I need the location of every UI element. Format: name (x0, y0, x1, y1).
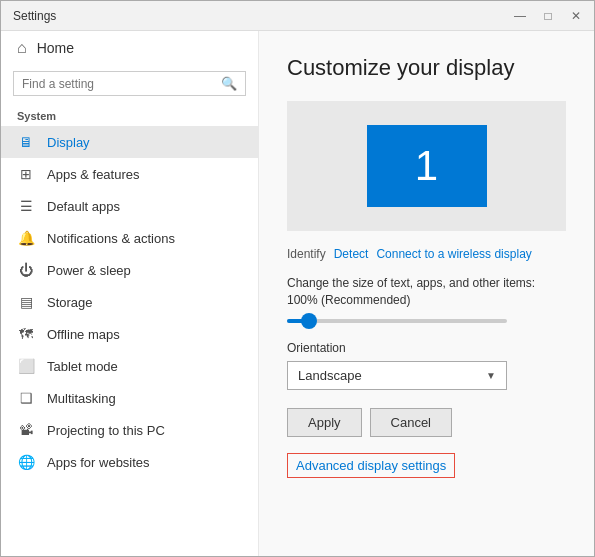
orientation-label: Orientation (287, 341, 566, 355)
cancel-button[interactable]: Cancel (370, 408, 452, 437)
sidebar-item-apps-features[interactable]: ⊞ Apps & features (1, 158, 258, 190)
sidebar-projecting-label: Projecting to this PC (47, 423, 165, 438)
sidebar-item-offline-maps[interactable]: 🗺 Offline maps (1, 318, 258, 350)
sidebar-apps-features-label: Apps & features (47, 167, 140, 182)
sidebar-notifications-label: Notifications & actions (47, 231, 175, 246)
home-label: Home (37, 40, 74, 56)
sidebar-item-apps-websites[interactable]: 🌐 Apps for websites (1, 446, 258, 478)
window-title: Settings (13, 9, 56, 23)
slider-thumb[interactable] (301, 313, 317, 329)
tablet-mode-icon: ⬜ (17, 358, 35, 374)
apps-websites-icon: 🌐 (17, 454, 35, 470)
advanced-link-box: Advanced display settings (287, 453, 455, 478)
sidebar-item-notifications[interactable]: 🔔 Notifications & actions (1, 222, 258, 254)
close-button[interactable]: ✕ (566, 6, 586, 26)
sidebar-item-power-sleep[interactable]: ⏻ Power & sleep (1, 254, 258, 286)
sidebar-power-sleep-label: Power & sleep (47, 263, 131, 278)
default-apps-icon: ☰ (17, 198, 35, 214)
sidebar-apps-websites-label: Apps for websites (47, 455, 150, 470)
multitasking-icon: ❑ (17, 390, 35, 406)
dropdown-arrow-icon: ▼ (486, 370, 496, 381)
sidebar-item-home[interactable]: ⌂ Home (1, 31, 258, 65)
notifications-icon: 🔔 (17, 230, 35, 246)
monitor-box: 1 (367, 125, 487, 207)
sidebar-default-apps-label: Default apps (47, 199, 120, 214)
sidebar-display-label: Display (47, 135, 90, 150)
projecting-icon: 📽 (17, 422, 35, 438)
window-controls: — □ ✕ (510, 6, 586, 26)
storage-icon: ▤ (17, 294, 35, 310)
detect-link[interactable]: Detect (334, 247, 369, 261)
display-icon: 🖥 (17, 134, 35, 150)
scale-slider-container (287, 319, 566, 323)
monitor-number: 1 (415, 142, 438, 190)
offline-maps-icon: 🗺 (17, 326, 35, 342)
minimize-button[interactable]: — (510, 6, 530, 26)
title-bar: Settings — □ ✕ (1, 1, 594, 31)
sidebar-tablet-mode-label: Tablet mode (47, 359, 118, 374)
display-links: Identify Detect Connect to a wireless di… (287, 247, 566, 261)
identify-link[interactable]: Identify (287, 247, 326, 261)
sidebar-item-default-apps[interactable]: ☰ Default apps (1, 190, 258, 222)
search-icon: 🔍 (221, 76, 237, 91)
display-preview: 1 (287, 101, 566, 231)
sidebar-item-projecting[interactable]: 📽 Projecting to this PC (1, 414, 258, 446)
advanced-display-link[interactable]: Advanced display settings (296, 458, 446, 473)
power-sleep-icon: ⏻ (17, 262, 35, 278)
page-title: Customize your display (287, 55, 566, 81)
sidebar-item-tablet-mode[interactable]: ⬜ Tablet mode (1, 350, 258, 382)
settings-window: Settings — □ ✕ ⌂ Home 🔍 System 🖥 Displ (0, 0, 595, 557)
sidebar-item-display[interactable]: 🖥 Display (1, 126, 258, 158)
apply-button[interactable]: Apply (287, 408, 362, 437)
apps-features-icon: ⊞ (17, 166, 35, 182)
sidebar-nav: 🖥 Display ⊞ Apps & features ☰ Default ap… (1, 126, 258, 556)
sidebar-section-label: System (1, 102, 258, 126)
scale-label: Change the size of text, apps, and other… (287, 275, 566, 309)
orientation-value: Landscape (298, 368, 362, 383)
sidebar-item-multitasking[interactable]: ❑ Multitasking (1, 382, 258, 414)
search-box: 🔍 (13, 71, 246, 96)
sidebar-item-storage[interactable]: ▤ Storage (1, 286, 258, 318)
wireless-link[interactable]: Connect to a wireless display (376, 247, 531, 261)
slider-track (287, 319, 507, 323)
sidebar-storage-label: Storage (47, 295, 93, 310)
search-input[interactable] (22, 77, 221, 91)
sidebar: ⌂ Home 🔍 System 🖥 Display ⊞ Apps & featu… (1, 31, 259, 556)
main-content: Customize your display 1 Identify Detect… (259, 31, 594, 556)
sidebar-offline-maps-label: Offline maps (47, 327, 120, 342)
home-icon: ⌂ (17, 39, 27, 57)
maximize-button[interactable]: □ (538, 6, 558, 26)
orientation-dropdown[interactable]: Landscape ▼ (287, 361, 507, 390)
sidebar-multitasking-label: Multitasking (47, 391, 116, 406)
content-area: ⌂ Home 🔍 System 🖥 Display ⊞ Apps & featu… (1, 31, 594, 556)
buttons-row: Apply Cancel (287, 408, 566, 437)
